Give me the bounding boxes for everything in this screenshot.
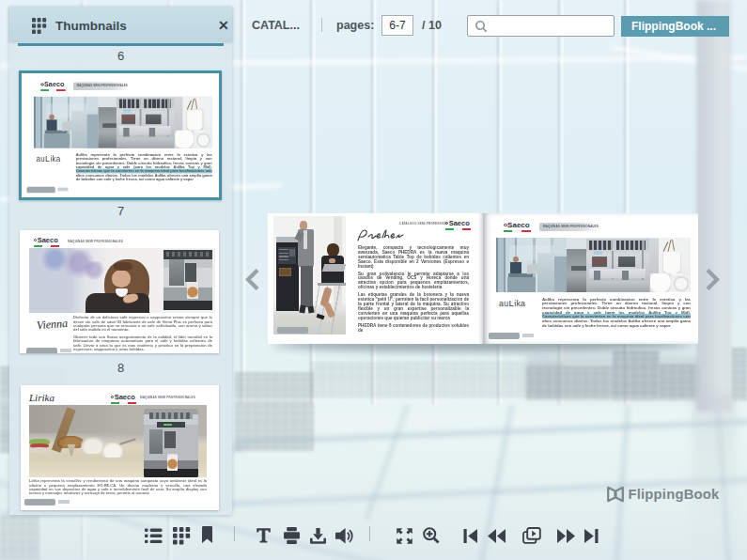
svg-text:FlippingBook: FlippingBook <box>629 487 720 502</box>
